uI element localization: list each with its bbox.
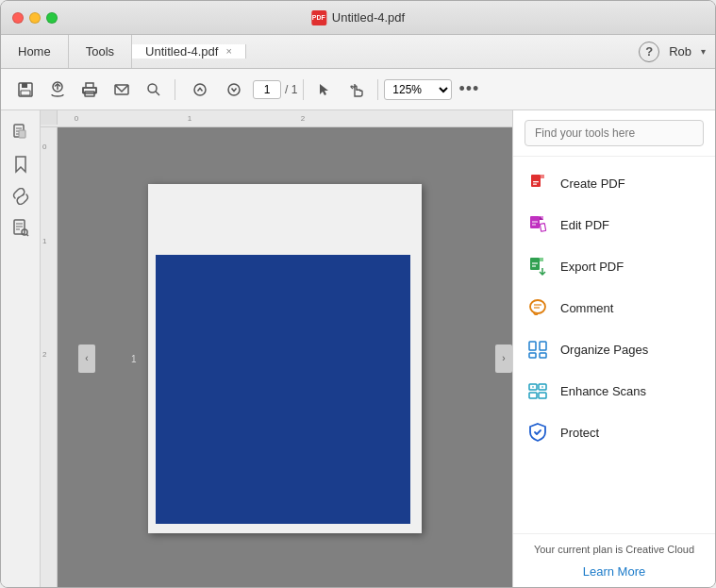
ruler-mark-1: 1: [188, 114, 191, 123]
organize-pages-label: Organize Pages: [560, 343, 648, 357]
save-icon: [17, 81, 34, 98]
window-title-text: Untitled-4.pdf: [332, 10, 405, 25]
svg-marker-13: [320, 84, 328, 95]
bookmark-icon: [12, 155, 29, 174]
prev-page-icon: [193, 83, 207, 96]
prev-page-arrow[interactable]: ‹: [78, 344, 95, 373]
tabbar-right: ? Rob ▾: [639, 35, 715, 68]
upload-button[interactable]: [42, 75, 73, 105]
link-icon: [11, 188, 30, 205]
minimize-button[interactable]: [29, 12, 41, 24]
close-button[interactable]: [12, 12, 24, 24]
tools-search-input[interactable]: [525, 120, 704, 146]
svg-rect-31: [533, 184, 537, 185]
learn-more-button[interactable]: Learn More: [583, 564, 645, 579]
next-page-arrow[interactable]: ›: [495, 344, 512, 373]
ruler-mark-0: 0: [75, 114, 78, 123]
tab-close-button[interactable]: ×: [225, 46, 231, 57]
tab-nav: Home Tools Untitled-4.pdf ×: [1, 35, 246, 68]
export-pdf-icon: [526, 255, 549, 277]
ruler-h-marks: 0 1 2: [58, 110, 512, 125]
tab-home[interactable]: Home: [1, 35, 69, 68]
canvas-body: 0 1 2 ‹ 1 ›: [41, 127, 512, 588]
page-navigation: / 1: [185, 75, 297, 105]
comment-icon: [526, 296, 549, 319]
svg-rect-30: [533, 181, 539, 182]
tab-tools[interactable]: Tools: [69, 35, 132, 68]
window-title: PDF Untitled-4.pdf: [311, 10, 405, 25]
zoom-select[interactable]: 125% 100% 150% 75% Fit Page: [384, 79, 452, 100]
svg-point-9: [148, 84, 157, 92]
user-chevron-icon: ▾: [701, 46, 706, 57]
svg-rect-1: [22, 83, 27, 88]
next-page-icon: [227, 83, 241, 96]
hand-tool-button[interactable]: [341, 75, 372, 105]
create-pdf-label: Create PDF: [560, 176, 625, 191]
canvas-area: 0 1 2 0 1 2 ‹ 1 ›: [41, 110, 512, 588]
edit-pdf-icon: [526, 213, 549, 236]
sidebar-page-icon[interactable]: [7, 118, 35, 146]
help-button[interactable]: ?: [639, 42, 659, 62]
tab-file[interactable]: Untitled-4.pdf ×: [132, 44, 246, 59]
tool-item-protect[interactable]: Protect: [513, 412, 715, 453]
protect-label: Protect: [560, 426, 599, 440]
pdf-blue-content: [156, 255, 410, 524]
search-icon: [145, 81, 162, 98]
print-icon: [81, 81, 98, 98]
left-sidebar: [1, 110, 41, 588]
email-button[interactable]: [107, 75, 137, 105]
prev-page-button[interactable]: [185, 75, 215, 105]
svg-rect-2: [21, 91, 30, 95]
toolbar-separator: [175, 79, 175, 100]
page-total-label: / 1: [285, 83, 297, 96]
more-options-icon: •••: [458, 79, 479, 99]
maximize-button[interactable]: [46, 12, 58, 24]
tool-item-edit-pdf[interactable]: Edit PDF: [513, 204, 715, 245]
print-button[interactable]: [75, 75, 105, 105]
search-button[interactable]: [139, 75, 169, 105]
protect-icon: [526, 421, 549, 444]
email-icon: [113, 81, 130, 98]
svg-line-26: [26, 234, 28, 236]
titlebar: PDF Untitled-4.pdf: [1, 1, 715, 35]
tool-item-export-pdf[interactable]: Export PDF: [513, 245, 715, 287]
enhance-scans-label: Enhance Scans: [560, 384, 646, 398]
cursor-icon: [317, 82, 332, 97]
next-page-button[interactable]: [219, 75, 249, 105]
comment-label: Comment: [560, 301, 613, 315]
tool-item-create-pdf[interactable]: Create PDF: [513, 162, 715, 204]
user-menu[interactable]: Rob: [669, 44, 691, 59]
svg-rect-19: [19, 130, 25, 138]
ruler-v-mark-2: 2: [42, 350, 46, 359]
plan-text: Your current plan is Creative Cloud: [526, 544, 702, 555]
ruler-v-mark-1: 1: [42, 237, 46, 245]
tool-item-organize-pages[interactable]: Organize Pages: [513, 328, 715, 370]
save-button[interactable]: [10, 75, 41, 105]
sidebar-bookmark-icon[interactable]: [7, 150, 35, 178]
svg-rect-37: [540, 224, 545, 232]
tab-file-label: Untitled-4.pdf: [145, 44, 218, 59]
pdf-page: 1: [148, 184, 422, 533]
sidebar-link-icon[interactable]: [7, 182, 35, 210]
toolbar: / 1 125% 100% 150% 75% Fit Page •••: [1, 69, 715, 110]
export-pdf-label: Export PDF: [560, 260, 624, 274]
more-options-button[interactable]: •••: [454, 75, 484, 105]
page-view: ‹ 1 ›: [58, 127, 512, 588]
page-number-input[interactable]: [253, 80, 281, 99]
tool-item-enhance-scans[interactable]: Enhance Scans: [513, 370, 715, 412]
tabbar: Home Tools Untitled-4.pdf × ? Rob ▾: [1, 35, 715, 69]
svg-rect-27: [531, 175, 541, 187]
toolbar-separator-3: [377, 79, 378, 100]
tool-item-comment[interactable]: Comment: [513, 287, 715, 328]
svg-rect-40: [540, 258, 543, 261]
sidebar-search-doc-icon[interactable]: [7, 214, 35, 243]
page-number-label: 1: [131, 353, 137, 363]
traffic-lights: [12, 12, 58, 24]
cursor-tool-button[interactable]: [309, 75, 340, 105]
search-doc-icon: [12, 219, 29, 238]
ruler-v-mark-0: 0: [42, 143, 46, 151]
svg-point-12: [228, 84, 240, 95]
page-thumbnail-icon: [11, 123, 30, 142]
ruler-horizontal: 0 1 2: [41, 110, 512, 127]
toolbar-separator-2: [303, 79, 304, 100]
